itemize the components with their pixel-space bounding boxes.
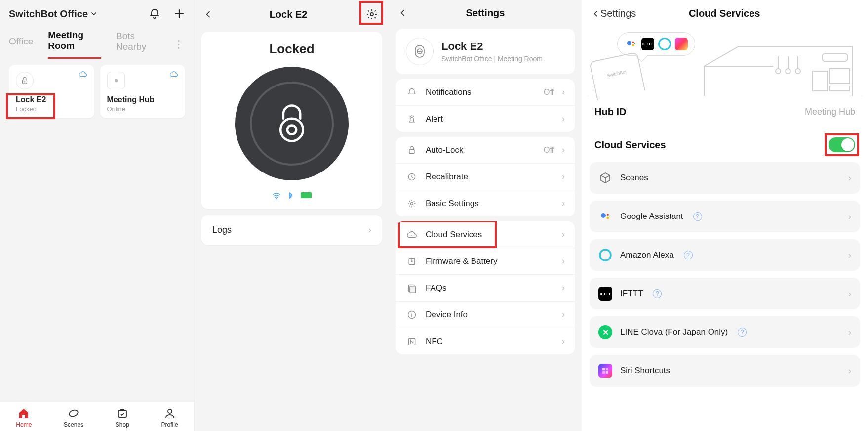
scenes-icon: [68, 407, 79, 419]
svg-rect-42: [606, 371, 608, 374]
chevron-right-icon: ›: [848, 327, 851, 338]
svg-point-14: [411, 202, 413, 205]
logs-label: Logs: [212, 225, 232, 235]
svg-rect-40: [606, 368, 608, 370]
help-icon[interactable]: ?: [653, 289, 662, 298]
svg-rect-12: [409, 149, 414, 153]
service-row-google[interactable]: Google Assistant ? ›: [590, 201, 860, 232]
settings-group-1: Notifications Off › Alert ›: [396, 79, 575, 132]
svg-point-5: [370, 13, 373, 16]
tab-office[interactable]: Office: [9, 36, 33, 53]
wifi-icon: [272, 192, 281, 200]
settings-row-recalibrate[interactable]: Recalibrate ›: [396, 164, 575, 190]
settings-group-2: Auto-Lock Off › Recalibrate › Basic Sett…: [396, 137, 575, 216]
plus-icon[interactable]: [173, 8, 185, 20]
chevron-right-icon: ›: [562, 198, 565, 209]
chevron-right-icon: ›: [562, 145, 565, 155]
svg-point-8: [276, 198, 277, 199]
svg-rect-39: [602, 368, 605, 370]
cloud-icon: [406, 231, 418, 239]
settings-row-nfc[interactable]: NFC ›: [396, 328, 575, 354]
chevron-right-icon: ›: [562, 114, 565, 124]
tab-meeting-room[interactable]: Meeting Room: [48, 30, 101, 59]
service-row-clova[interactable]: ✕ LINE Clova (For Japan Only) ? ›: [590, 316, 860, 348]
nav-shop[interactable]: Shop: [116, 407, 129, 428]
svg-point-1: [24, 81, 25, 82]
hub-id-value: Meeting Hub: [805, 107, 855, 117]
back-button[interactable]: [204, 8, 212, 20]
chevron-right-icon: ›: [562, 336, 565, 346]
chevron-right-icon: ›: [848, 250, 851, 260]
help-icon[interactable]: ?: [693, 212, 702, 221]
bell-icon: [406, 87, 418, 97]
device-header[interactable]: Lock E2 SwitchBot Office | Meeting Room: [396, 29, 575, 74]
settings-row-basic[interactable]: Basic Settings ›: [396, 190, 575, 216]
nav-profile[interactable]: Profile: [161, 407, 178, 428]
lock-icon: [16, 72, 34, 89]
svg-rect-41: [602, 371, 605, 374]
help-icon[interactable]: ?: [738, 328, 747, 337]
settings-button[interactable]: [364, 7, 379, 22]
services-bubble: IFTTT: [617, 32, 695, 56]
service-row-siri[interactable]: Siri Shortcuts ›: [590, 355, 860, 387]
chevron-right-icon: ›: [562, 172, 565, 182]
room-tabs: Office Meeting Room Bots Nearby ⋮: [0, 25, 194, 59]
alert-icon: [406, 114, 418, 124]
nav-home[interactable]: Home: [16, 407, 32, 428]
nav-scenes[interactable]: Scenes: [64, 407, 83, 428]
svg-point-2: [69, 409, 79, 417]
service-row-ifttt[interactable]: IFTTT IFTTT ? ›: [590, 278, 860, 309]
settings-row-notifications[interactable]: Notifications Off ›: [396, 79, 575, 106]
card-title: Lock E2: [16, 95, 87, 104]
svg-point-38: [600, 250, 611, 260]
back-button[interactable]: Settings: [592, 8, 636, 19]
settings-screen: Settings Lock E2 SwitchBot Office | Meet…: [389, 0, 582, 431]
chevron-right-icon: ›: [368, 225, 371, 235]
settings-row-device-info[interactable]: Device Info ›: [396, 302, 575, 328]
info-icon: [406, 310, 418, 320]
google-assistant-icon: [598, 210, 612, 223]
chevron-right-icon: ›: [848, 366, 851, 376]
settings-row-alert[interactable]: Alert ›: [396, 106, 575, 132]
cloud-icon: [169, 71, 178, 78]
svg-point-34: [601, 213, 606, 218]
settings-row-firmware[interactable]: Firmware & Battery ›: [396, 248, 575, 275]
device-title: Lock E2: [270, 9, 308, 20]
page-title: Cloud Services: [689, 8, 760, 19]
clova-icon: ✕: [598, 325, 612, 339]
device-card-lock[interactable]: Lock E2 Locked: [9, 65, 94, 118]
settings-row-faqs[interactable]: FAQs ›: [396, 275, 575, 302]
service-row-scenes[interactable]: Scenes ›: [590, 162, 860, 194]
svg-point-31: [776, 69, 781, 74]
home-screen: SwitchBot Office Office Meeting Room Bot…: [0, 0, 195, 431]
phone-illustration: SwitchBot: [589, 51, 645, 100]
settings-row-autolock[interactable]: Auto-Lock Off ›: [396, 137, 575, 164]
bluetooth-icon: [288, 192, 294, 200]
settings-row-cloud-services[interactable]: Cloud Services ›: [396, 221, 575, 248]
service-row-alexa[interactable]: Amazon Alexa ? ›: [590, 239, 860, 271]
logs-row[interactable]: Logs ›: [201, 215, 382, 245]
more-icon[interactable]: ⋮: [173, 38, 185, 51]
svg-point-22: [632, 44, 634, 46]
device-card-hub[interactable]: Meeting Hub Online: [100, 65, 186, 118]
chevron-down-icon: [90, 10, 98, 18]
back-button[interactable]: [399, 7, 407, 19]
chevron-right-icon: ›: [562, 309, 565, 320]
bell-icon[interactable]: [149, 8, 160, 20]
lock-status-panel: Locked: [201, 32, 382, 209]
tab-bots-nearby[interactable]: Bots Nearby: [116, 31, 158, 58]
alexa-icon: [598, 248, 612, 262]
lock-toggle-button[interactable]: [235, 67, 349, 180]
ifttt-icon: IFTTT: [598, 287, 612, 301]
chevron-right-icon: ›: [848, 173, 851, 183]
illustration: IFTTT SwitchBot: [588, 27, 862, 96]
settings-group-3: Cloud Services › Firmware & Battery › FA…: [396, 221, 575, 354]
card-title: Meeting Hub: [107, 95, 179, 104]
lock-status-text: Locked: [201, 42, 382, 57]
nfc-icon: [406, 337, 418, 346]
cloud-services-toggle[interactable]: [829, 137, 855, 152]
gear-icon: [366, 8, 378, 20]
location-dropdown[interactable]: SwitchBot Office: [9, 8, 98, 20]
chevron-right-icon: ›: [562, 256, 565, 266]
help-icon[interactable]: ?: [684, 251, 693, 259]
